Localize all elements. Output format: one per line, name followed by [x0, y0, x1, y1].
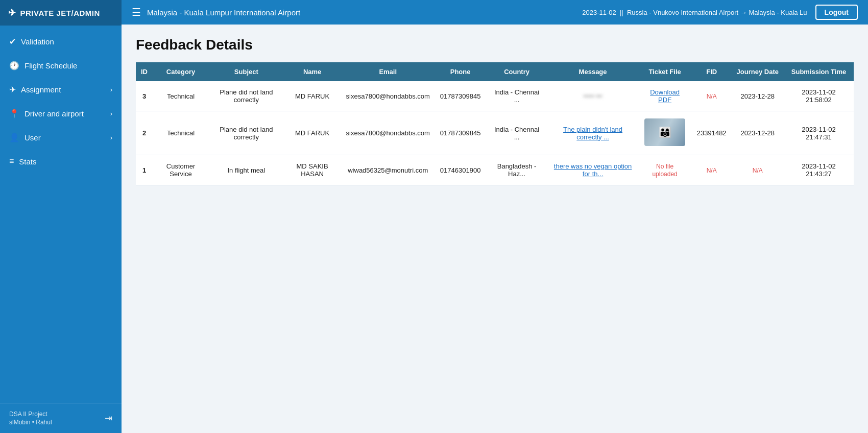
sidebar-item-label: Flight Schedule	[25, 61, 77, 70]
cell-journey-date: 2023-12-28	[732, 111, 784, 155]
cell-phone: 01787309845	[435, 81, 486, 111]
col-message: Message	[548, 62, 638, 81]
cell-subject: Plane did not land correctly	[209, 81, 283, 111]
logout-button[interactable]: Logout	[815, 5, 858, 20]
col-id: ID	[136, 62, 153, 81]
top-bar: ☰ Malaysia - Kuala Lumpur International …	[122, 0, 868, 25]
sidebar-item-flight-schedule[interactable]: 🕐 Flight Schedule	[0, 54, 122, 78]
col-fid: FID	[692, 62, 732, 81]
footer-users: slMobin • Rahul	[9, 419, 52, 426]
app-logo: ✈ PRIVATE JET/ADMIN	[0, 0, 122, 26]
page-title: Feedback Details	[136, 37, 854, 53]
chevron-right-icon: ›	[110, 86, 112, 93]
feedback-table: ID Category Subject Name Email Phone Cou…	[136, 62, 854, 185]
col-ticket-file: Ticket File	[638, 62, 691, 81]
main-content: ☰ Malaysia - Kuala Lumpur International …	[122, 0, 868, 433]
cell-ticket-file[interactable]: Download PDF	[638, 81, 691, 111]
cell-email: sixesa7800@hondabbs.com	[341, 111, 435, 155]
col-email: Email	[341, 62, 435, 81]
cell-name: MD SAKIB HASAN	[284, 155, 341, 185]
col-country: Country	[486, 62, 547, 81]
table-body: 3TechnicalPlane did not land correctlyMD…	[136, 81, 854, 185]
cell-subject: In flight meal	[209, 155, 283, 185]
sidebar-item-validation[interactable]: ✔ Validation	[0, 30, 122, 54]
sidebar-item-user[interactable]: 👤 User ›	[0, 126, 122, 150]
sidebar-item-label: Assignment	[21, 85, 61, 94]
col-subject: Subject	[209, 62, 283, 81]
cell-country: India - Chennai ...	[486, 81, 547, 111]
check-icon: ✔	[9, 37, 16, 46]
col-category: Category	[153, 62, 209, 81]
logout-icon[interactable]: ⇥	[105, 413, 112, 424]
sidebar-item-assignment[interactable]: ✈ Assignment ›	[0, 78, 122, 102]
cell-submission-time: 2023-11-02 21:43:27	[784, 155, 854, 185]
cell-email: sixesa7800@hondabbs.com	[341, 81, 435, 111]
clock-icon: 🕐	[9, 61, 19, 70]
cell-journey-date: N/A	[732, 155, 784, 185]
cell-subject: Plane did not land correctly	[209, 111, 283, 155]
message-link[interactable]: The plain didn't land correctly ...	[563, 126, 622, 141]
cell-fid: 23391482	[692, 111, 732, 155]
cell-message[interactable]: there was no vegan option for th...	[548, 155, 638, 185]
col-name: Name	[284, 62, 341, 81]
cell-journey-date: 2023-12-28	[732, 81, 784, 111]
table-row: 3TechnicalPlane did not land correctlyMD…	[136, 81, 854, 111]
sidebar-nav: ✔ Validation 🕐 Flight Schedule ✈ Assignm…	[0, 26, 122, 403]
page-content: Feedback Details ID Category Subject Nam…	[122, 25, 868, 433]
app-title: PRIVATE JET/ADMIN	[20, 9, 100, 17]
logo-icon: ✈	[8, 7, 16, 18]
chevron-right-icon: ›	[110, 134, 112, 141]
table-row: 2TechnicalPlane did not land correctlyMD…	[136, 111, 854, 155]
sidebar-item-driver-airport[interactable]: 📍 Driver and airport ›	[0, 102, 122, 126]
top-bar-left: ☰ Malaysia - Kuala Lumpur International …	[132, 6, 300, 18]
cell-name: MD FARUK	[284, 81, 341, 111]
cell-country: Bangladesh - Haz...	[486, 155, 547, 185]
sidebar-item-label: Validation	[21, 37, 54, 46]
cell-category: Customer Service	[153, 155, 209, 185]
user-icon: 👤	[9, 133, 19, 142]
col-phone: Phone	[435, 62, 486, 81]
chevron-right-icon: ›	[110, 110, 112, 117]
cell-submission-time: 2023-11-02 21:58:02	[784, 81, 854, 111]
top-bar-airport: Malaysia - Kuala Lumpur International Ai…	[147, 8, 300, 17]
sidebar-item-label: User	[25, 133, 41, 142]
location-icon: 📍	[9, 109, 19, 118]
sidebar-footer: DSA II Project slMobin • Rahul ⇥	[0, 403, 122, 433]
sidebar-item-label: Stats	[19, 157, 36, 166]
cell-name: MD FARUK	[284, 111, 341, 155]
cell-category: Technical	[153, 81, 209, 111]
col-journey-date: Journey Date	[732, 62, 784, 81]
cell-fid: N/A	[692, 81, 732, 111]
cell-ticket-file: No file uploaded	[638, 155, 691, 185]
cell-country: India - Chennai ...	[486, 111, 547, 155]
cell-id: 3	[136, 81, 153, 111]
download-pdf-link[interactable]: Download PDF	[650, 88, 680, 104]
top-bar-route-info: 2023-11-02 || Russia - Vnukovo Internati…	[582, 9, 807, 16]
cell-phone: 01746301900	[435, 155, 486, 185]
col-submission-time: Submission Time	[784, 62, 854, 81]
cell-fid: N/A	[692, 155, 732, 185]
top-bar-right: 2023-11-02 || Russia - Vnukovo Internati…	[582, 5, 858, 20]
footer-project: DSA II Project	[9, 411, 52, 418]
cell-ticket-file: 👨‍👩‍👦	[638, 111, 691, 155]
hamburger-icon[interactable]: ☰	[132, 6, 141, 18]
sidebar-item-label: Driver and airport	[25, 109, 84, 118]
cell-phone: 01787309845	[435, 111, 486, 155]
table-row: 1Customer ServiceIn flight mealMD SAKIB …	[136, 155, 854, 185]
cell-category: Technical	[153, 111, 209, 155]
cell-email: wiwad56325@monutri.com	[341, 155, 435, 185]
table-header: ID Category Subject Name Email Phone Cou…	[136, 62, 854, 81]
cell-message[interactable]: The plain didn't land correctly ...	[548, 111, 638, 155]
top-bar-route: Russia - Vnukovo International Airport →…	[627, 9, 807, 16]
plane-icon: ✈	[9, 85, 16, 94]
sidebar-item-stats[interactable]: ≡ Stats	[0, 150, 122, 173]
sidebar: ✈ PRIVATE JET/ADMIN ✔ Validation 🕐 Fligh…	[0, 0, 122, 433]
cell-submission-time: 2023-11-02 21:47:31	[784, 111, 854, 155]
stats-icon: ≡	[9, 157, 14, 166]
ticket-image: 👨‍👩‍👦	[644, 118, 685, 146]
top-bar-date: 2023-11-02	[582, 9, 616, 16]
cell-message: ••••• •••	[548, 81, 638, 111]
cell-id: 2	[136, 111, 153, 155]
cell-id: 1	[136, 155, 153, 185]
message-link[interactable]: there was no vegan option for th...	[554, 162, 632, 178]
